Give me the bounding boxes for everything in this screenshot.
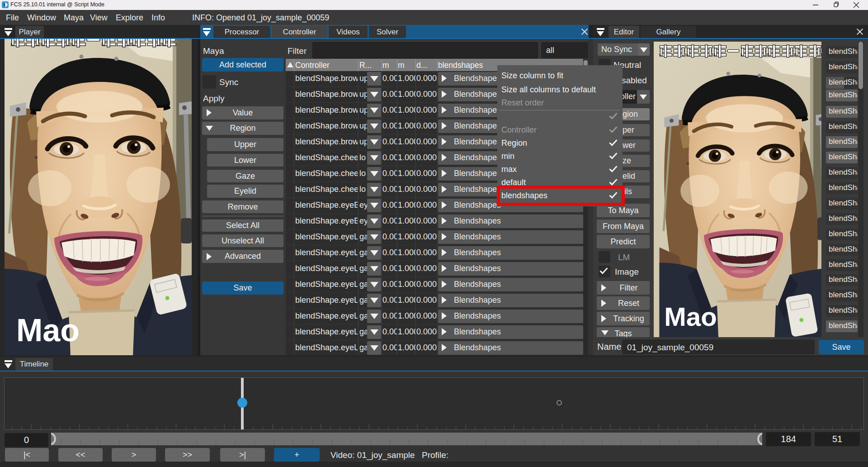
svg-text:Mao: Mao bbox=[664, 302, 717, 331]
svg-text:Mao: Mao bbox=[16, 313, 80, 348]
